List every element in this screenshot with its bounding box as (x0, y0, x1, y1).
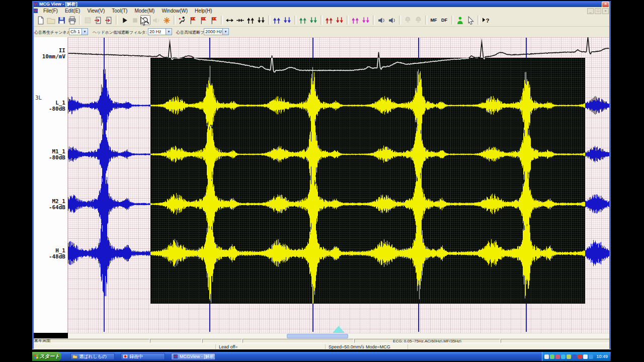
channel-label-column: II10mm/mVL_1-80dBM1_1-80dBM2_1-64dBH_1-4… (32, 37, 68, 333)
ch3-gain-down-button[interactable] (335, 15, 345, 25)
chevron-down-icon[interactable]: ▼ (166, 29, 172, 35)
taskbar-task[interactable]: MCGView - [解析] (171, 353, 215, 360)
tray-icon[interactable] (589, 354, 593, 359)
help-button[interactable]: ? (481, 15, 491, 25)
menu-item[interactable]: View(V) (84, 8, 108, 14)
tray-icon[interactable] (578, 354, 582, 359)
toolbar-separator (347, 16, 349, 25)
toolbar-separator (294, 16, 296, 25)
phono-channel-label: M1_1-80dB (33, 149, 65, 161)
status-bar-bottom: Lead off= Speed=50.0mm/s Mode=MCG (32, 343, 611, 349)
tray-icon[interactable] (550, 354, 554, 359)
mf-filter-button[interactable]: MF (429, 15, 439, 25)
stop-button (130, 15, 140, 25)
window-border-left (32, 1, 34, 349)
child-window-button[interactable]: × (602, 8, 609, 14)
expand-amplitude-button[interactable] (246, 15, 256, 25)
window-border-right (609, 1, 611, 349)
ch1-gain-down-button[interactable] (282, 15, 292, 25)
menu-item[interactable]: Tool(T) (108, 8, 131, 14)
sound-down-button[interactable] (387, 15, 397, 25)
compress-time-button[interactable] (235, 15, 245, 25)
toolbar-separator (116, 16, 118, 25)
taskbar-task[interactable]: 録画中 (121, 353, 165, 360)
start-button[interactable]: スタート (32, 352, 61, 361)
window-title: MCG View - [解析] (39, 1, 77, 8)
flag-3-button[interactable] (209, 15, 219, 25)
compress-amplitude-button[interactable] (256, 15, 266, 25)
auto-run-button[interactable] (177, 15, 187, 25)
taskbar-task[interactable]: 選ばれしもの (70, 353, 115, 360)
lamp-2-button (413, 15, 423, 25)
print-button[interactable] (67, 15, 77, 25)
menu-bar: File(F)Edit(E)View(V)Tool(T)Mode(M)Windo… (32, 7, 611, 14)
replay-sound-button (151, 15, 161, 25)
menu-items: File(F)Edit(E)View(V)Tool(T)Mode(M)Windo… (40, 8, 216, 14)
tray-icon[interactable] (544, 354, 549, 359)
lamp-1-button (403, 15, 413, 25)
status-bar-top: 再生画面 ECG: 0.05~75Hz,AC(60Hz),MF(35Hz) (32, 338, 611, 343)
menu-item[interactable]: Help(H) (191, 8, 215, 14)
highcut-filter-select[interactable]: 2000 Hz▼ (204, 28, 229, 35)
sound-up-button[interactable] (376, 15, 386, 25)
status-cell (501, 339, 610, 343)
patient-button[interactable] (455, 15, 465, 25)
tray-icon[interactable] (583, 354, 588, 359)
toolbar-separator (477, 16, 479, 25)
child-window-button[interactable]: □ (595, 8, 601, 14)
lowcut-filter-label: ヘッドホン低域遮断フィルタ: (93, 30, 147, 35)
save-file-button[interactable] (56, 15, 66, 25)
tray-icon[interactable] (561, 354, 566, 359)
taskbar: スタート 選ばれしもの録画中MCGView - [解析] 10:49 (32, 352, 611, 361)
toolbar-separator (320, 16, 323, 25)
playback-channel-label: 心音再生チャンネル: (34, 30, 72, 35)
status-cell (150, 339, 202, 343)
menu-item[interactable]: Window(W) (158, 8, 191, 14)
expand-time-button[interactable] (224, 15, 234, 25)
scrollbar-thumb[interactable] (287, 334, 348, 338)
next-screen-button[interactable] (104, 15, 114, 25)
menu-item[interactable]: Edit(E) (61, 8, 84, 14)
tray-icon[interactable] (567, 354, 571, 359)
prev-screen-button[interactable] (93, 15, 103, 25)
df-filter-button[interactable]: DF (439, 15, 449, 25)
control-bar: 心音再生チャンネル: Ch 1▼ ヘッドホン低域遮断フィルタ: 20 Hz▼ 心… (32, 27, 611, 38)
child-window-button[interactable]: _ (587, 8, 594, 14)
open-file-button (46, 15, 56, 25)
status-cell (243, 339, 354, 343)
chevron-down-icon[interactable]: ▼ (222, 29, 228, 35)
ch1-gain-up-button[interactable] (272, 15, 282, 25)
lowcut-filter-select[interactable]: 20 Hz▼ (148, 28, 172, 35)
new-file-button[interactable] (35, 15, 45, 25)
ch2-gain-up-button[interactable] (298, 15, 308, 25)
menu-item[interactable]: File(F) (40, 8, 61, 14)
ch4-gain-up-button[interactable] (350, 15, 360, 25)
playback-channel-select[interactable]: Ch 1▼ (69, 28, 88, 35)
screen-capture: MCG View - [解析] × File(F)Edit(E)View(V)T… (0, 0, 644, 362)
event-mark-button[interactable] (162, 15, 172, 25)
ch2-gain-down-button[interactable] (308, 15, 318, 25)
play-button[interactable] (119, 15, 129, 25)
toolbar-separator (425, 16, 427, 25)
phono-channel-label: L_1-80dB (33, 100, 65, 112)
flag-2-button[interactable] (198, 15, 208, 25)
menu-item[interactable]: Mode(M) (131, 8, 158, 14)
tray-icon[interactable] (555, 354, 560, 359)
phono-channel-label: H_1-48dB (33, 248, 65, 260)
child-window-icon (33, 9, 38, 13)
tray-icons (544, 354, 593, 359)
toolbar-separator (268, 16, 270, 25)
chevron-down-icon[interactable]: ▼ (82, 29, 88, 35)
ch3-gain-up-button[interactable] (324, 15, 334, 25)
divider (215, 344, 216, 349)
ch4-gain-down-button[interactable] (361, 15, 371, 25)
divider (362, 344, 363, 349)
waveform-canvas[interactable] (68, 37, 609, 333)
toolbar: MFDF? (32, 14, 611, 27)
mouse-cursor (140, 17, 147, 26)
status-cell (202, 339, 242, 343)
select-mode-button[interactable] (465, 15, 475, 25)
toolbar-separator (174, 16, 176, 25)
tray-icon[interactable] (572, 354, 577, 359)
flag-1-button[interactable] (188, 15, 198, 25)
